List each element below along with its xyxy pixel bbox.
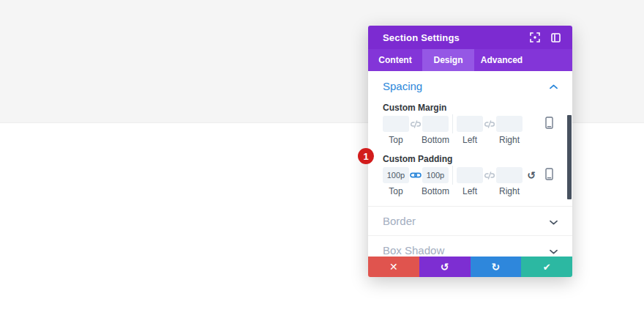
margin-sublabels: Top Bottom Left Right [383,132,553,145]
padding-bottom-input[interactable] [422,167,449,183]
redo-button[interactable]: ↻ [471,257,522,277]
link-icon[interactable] [409,171,422,179]
unlink-icon[interactable] [483,120,496,128]
discard-button[interactable]: ✕ [368,257,419,277]
settings-body: Spacing Custom Margin [368,71,572,277]
settings-tabs: Content Design Advanced [368,49,572,71]
undo-button[interactable]: ↺ [419,257,471,277]
custom-padding-fields: ↺ [383,167,553,183]
tab-design[interactable]: Design [422,49,474,71]
reset-icon[interactable]: ↺ [527,170,536,180]
margin-top-input[interactable] [383,116,409,132]
fields-divider [452,114,453,133]
spacing-section-toggle[interactable]: Spacing [368,71,572,100]
border-section-toggle[interactable]: Border [368,206,572,235]
margin-left-label: Left [457,135,483,145]
padding-left-input[interactable] [457,167,483,183]
save-button[interactable]: ✔ [521,257,572,277]
custom-margin-group: Custom Margin [368,100,572,145]
margin-bottom-label: Bottom [422,135,449,145]
check-icon: ✔ [543,262,551,272]
mobile-responsive-icon[interactable] [545,117,553,132]
spacing-title: Spacing [383,80,550,92]
sidebar-toggle-icon[interactable] [548,30,563,45]
annotation-badge: 1 [358,148,374,164]
builder-page: Section Settings Content Design [0,0,644,332]
tab-content[interactable]: Content [368,49,422,71]
padding-right-input[interactable] [496,167,523,183]
unlink-icon[interactable] [409,120,422,128]
custom-padding-group: Custom Padding ↺ [368,152,572,196]
custom-margin-fields [383,116,553,132]
chevron-down-icon [550,215,558,228]
margin-bottom-input[interactable] [422,116,449,132]
padding-top-input[interactable] [383,167,409,183]
chevron-down-icon [550,244,558,257]
unlink-icon[interactable] [483,171,496,180]
footer-actions: ✕ ↺ ↻ ✔ [368,257,572,277]
padding-right-label: Right [496,186,523,196]
margin-top-label: Top [383,135,409,145]
expand-icon[interactable] [528,30,542,45]
padding-bottom-label: Bottom [422,186,449,196]
modal-titlebar[interactable]: Section Settings [368,26,572,49]
custom-margin-label: Custom Margin [383,103,553,113]
border-title: Border [383,215,550,227]
chevron-up-icon [550,79,558,92]
fields-divider [452,166,453,185]
margin-right-label: Right [496,135,523,145]
close-icon: ✕ [389,262,398,272]
margin-right-input[interactable] [496,116,523,132]
custom-padding-label: Custom Padding [383,154,553,164]
padding-sublabels: Top Bottom Left Right [383,183,553,196]
margin-left-input[interactable] [457,116,483,132]
modal-title: Section Settings [383,32,460,43]
padding-left-label: Left [457,186,483,196]
undo-icon: ↺ [441,262,449,272]
redo-icon: ↻ [492,262,501,272]
padding-row-icons: ↺ [527,168,553,183]
tab-advanced[interactable]: Advanced [474,49,529,71]
scrollbar-thumb[interactable] [567,115,572,199]
mobile-responsive-icon[interactable] [545,168,553,183]
padding-top-label: Top [383,186,409,196]
section-settings-modal: Section Settings Content Design [368,26,572,277]
margin-row-icons [545,117,553,132]
box-shadow-title: Box Shadow [383,244,550,257]
